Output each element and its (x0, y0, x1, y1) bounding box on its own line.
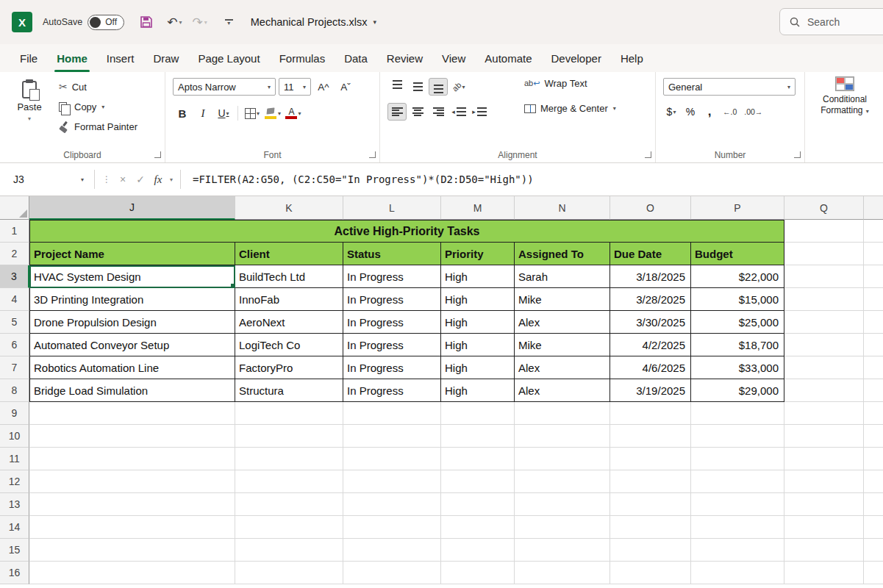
align-left-button[interactable] (387, 103, 407, 121)
cell-O3[interactable]: 3/18/2025 (610, 265, 691, 288)
cancel-icon[interactable]: × (114, 173, 132, 185)
cell-P14[interactable] (691, 516, 784, 539)
cell-M5[interactable]: High (441, 311, 515, 334)
row-header-1[interactable]: 1 (0, 220, 29, 243)
cell-J3[interactable]: HVAC System Design (29, 265, 235, 288)
cell-O10[interactable] (610, 425, 691, 448)
column-header-P[interactable]: P (691, 196, 784, 220)
cell-K16[interactable] (235, 562, 343, 584)
cell-J9[interactable] (29, 402, 235, 425)
row-header-11[interactable]: 11 (0, 448, 29, 470)
chevron-down-icon[interactable]: ▾ (373, 18, 377, 26)
ribbon-tab-file[interactable]: File (10, 44, 47, 72)
cell-Q16[interactable] (784, 562, 864, 584)
cell-M10[interactable] (441, 425, 515, 448)
paste-button[interactable]: Paste ▾ (9, 76, 50, 124)
align-middle-button[interactable] (408, 78, 427, 96)
cell-K3[interactable]: BuildTech Ltd (235, 265, 343, 288)
cell-L9[interactable] (343, 402, 441, 425)
column-header-J[interactable]: J (29, 196, 235, 220)
cell-K7[interactable]: FactoryPro (235, 356, 343, 379)
alignment-dialog-launcher-icon[interactable] (645, 151, 651, 158)
save-button[interactable] (136, 11, 157, 33)
excel-logo-icon[interactable]: X (12, 12, 32, 32)
cell-J5[interactable]: Drone Propulsion Design (29, 311, 235, 334)
cell-L6[interactable]: In Progress (343, 334, 441, 356)
formula-input[interactable]: =FILTER(A2:G50, (C2:C50="In Progress")*(… (185, 173, 883, 185)
cell-O5[interactable]: 3/30/2025 (610, 311, 691, 334)
cell-L8[interactable]: In Progress (343, 379, 441, 402)
font-name-select[interactable]: Aptos Narrow ▾ (173, 78, 276, 96)
cell-J4[interactable]: 3D Printing Integration (29, 288, 235, 311)
cell-M13[interactable] (441, 493, 515, 516)
cell-P12[interactable] (691, 470, 784, 493)
cell-P10[interactable] (691, 425, 784, 448)
align-center-button[interactable] (408, 103, 427, 121)
cell-N11[interactable] (515, 448, 610, 470)
cell-P15[interactable] (691, 539, 784, 562)
ribbon-tab-help[interactable]: Help (611, 44, 653, 72)
cell-O4[interactable]: 3/28/2025 (610, 288, 691, 311)
cell-P16[interactable] (691, 562, 784, 584)
cell-M15[interactable] (441, 539, 515, 562)
search-box[interactable]: Search (779, 8, 883, 35)
cell-Q13[interactable] (784, 493, 864, 516)
header-cell-O2[interactable]: Due Date (610, 243, 691, 265)
chevron-down-icon[interactable]: ▾ (673, 109, 676, 115)
cell-M7[interactable]: High (441, 356, 515, 379)
chevron-down-icon[interactable]: ▾ (613, 105, 616, 112)
font-dialog-launcher-icon[interactable] (369, 151, 376, 158)
chevron-down-icon[interactable]: ▾ (300, 84, 306, 90)
cell-Q2[interactable] (784, 243, 864, 265)
format-painter-button[interactable]: Format Painter (59, 118, 137, 135)
header-cell-L2[interactable]: Status (343, 243, 441, 265)
font-color-button[interactable]: A▾ (284, 104, 303, 122)
ribbon-tab-review[interactable]: Review (377, 44, 432, 72)
cell-Q6[interactable] (784, 334, 864, 356)
cell-N15[interactable] (515, 539, 610, 562)
cell-N5[interactable]: Alex (515, 311, 610, 334)
cell-J13[interactable] (29, 493, 235, 516)
chevron-down-icon[interactable]: ▾ (265, 84, 271, 90)
cell-M11[interactable] (441, 448, 515, 470)
cell-J11[interactable] (29, 448, 235, 470)
cell-P7[interactable]: $33,000 (691, 356, 784, 379)
cell-P6[interactable]: $18,700 (691, 334, 784, 356)
row-header-6[interactable]: 6 (0, 334, 29, 356)
cell-L16[interactable] (343, 562, 441, 584)
cell-N7[interactable]: Alex (515, 356, 610, 379)
cell-M6[interactable]: High (441, 334, 515, 356)
enter-icon[interactable]: ✓ (132, 173, 149, 185)
select-all-corner[interactable] (0, 196, 29, 220)
cell-O14[interactable] (610, 516, 691, 539)
cell-L7[interactable]: In Progress (343, 356, 441, 379)
cell-J8[interactable]: Bridge Load Simulation (29, 379, 235, 402)
decrease-decimal-button[interactable]: .00→ (742, 103, 765, 121)
column-header-L[interactable]: L (343, 196, 441, 220)
ribbon-tab-draw[interactable]: Draw (143, 44, 188, 72)
cell-J10[interactable] (29, 425, 235, 448)
chevron-down-icon[interactable]: ▾ (298, 110, 301, 117)
cell-K12[interactable] (235, 470, 343, 493)
cell-L12[interactable] (343, 470, 441, 493)
header-cell-P2[interactable]: Budget (691, 243, 784, 265)
cell-Q12[interactable] (784, 470, 864, 493)
row-header-7[interactable]: 7 (0, 356, 29, 379)
cell-N14[interactable] (515, 516, 610, 539)
cell-O7[interactable]: 4/6/2025 (610, 356, 691, 379)
cell-P5[interactable]: $25,000 (691, 311, 784, 334)
formula-bar-grip[interactable]: ⋮ (102, 174, 111, 184)
cell-K6[interactable]: LogiTech Co (235, 334, 343, 356)
cell-O9[interactable] (610, 402, 691, 425)
italic-button[interactable]: I (193, 104, 212, 122)
chevron-down-icon[interactable]: ▾ (257, 110, 260, 117)
column-header-O[interactable]: O (610, 196, 691, 220)
row-header-13[interactable]: 13 (0, 493, 29, 516)
chevron-down-icon[interactable]: ▾ (784, 84, 790, 90)
decrease-indent-button[interactable]: ◂ (449, 103, 468, 121)
percent-style-button[interactable]: % (682, 103, 698, 121)
autosave-control[interactable]: AutoSave Off (43, 15, 124, 30)
decrease-font-size-button[interactable]: Aˇ (336, 78, 355, 96)
ribbon-tab-automate[interactable]: Automate (475, 44, 541, 72)
conditional-formatting-button[interactable]: Conditional Formatting ▾ (811, 76, 879, 116)
